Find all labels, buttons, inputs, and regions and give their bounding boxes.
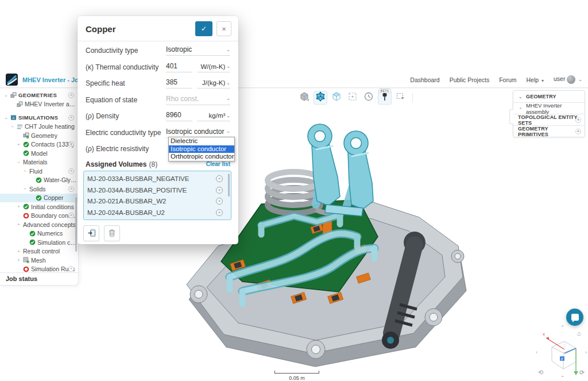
volume-list-scrollbar[interactable] [228, 174, 230, 197]
field-unit-select[interactable]: kg/m³⌄ [197, 112, 230, 121]
tree-item-advanced-concepts[interactable]: +Advanced concepts [0, 220, 78, 229]
app-logo[interactable] [6, 74, 18, 86]
field-unit-select[interactable]: J/(kg-K)⌄ [197, 79, 230, 88]
field-value-input[interactable]: 401 [166, 62, 192, 72]
remove-volume-button[interactable]: × [216, 209, 223, 216]
add-item-button[interactable]: + [68, 115, 74, 121]
nav-dashboard[interactable]: Dashboard [410, 76, 439, 83]
probe-point-tool[interactable]: BETA [378, 91, 392, 105]
collapse-children-button[interactable]: ≫ [68, 141, 74, 147]
minus-expander-icon[interactable]: − [22, 168, 28, 174]
remove-volume-button[interactable]: × [216, 198, 223, 205]
select-volume-tool[interactable] [314, 91, 327, 105]
job-status-bar[interactable]: Job status [0, 272, 78, 285]
chevron-expander-icon[interactable]: ⌄ [3, 115, 9, 120]
add-selection-icon [87, 229, 96, 237]
dropdown-option-dielectric[interactable]: Dielectric [169, 137, 234, 145]
user-menu[interactable]: user ⌄ [554, 75, 582, 84]
topological-entity-sets-section[interactable]: TOPOLOGICAL ENTITY SETS + [513, 114, 585, 125]
geometry-assembly-item[interactable]: + MHEV Inverter assembly [513, 102, 585, 114]
tree-item-geometries[interactable]: ⌄GEOMETRIES+ [0, 91, 78, 100]
add-item-button[interactable]: + [68, 213, 74, 218]
tree-item-geometry[interactable]: Geometry [0, 131, 78, 140]
tree-item-boundary-conditions[interactable]: Boundary conditions+ [0, 211, 78, 221]
minus-expander-icon[interactable]: − [16, 160, 21, 165]
rotate-left-chevron[interactable]: ‹ [536, 349, 537, 355]
rotate-up-chevron[interactable]: ⌃ [560, 325, 565, 330]
tree-item-simulation-control[interactable]: Simulation control [0, 238, 78, 247]
add-primitive-button[interactable]: + [575, 129, 581, 134]
tree-item-contacts-1337[interactable]: +Contacts (1337)≫ [0, 140, 78, 149]
tree-item-materials[interactable]: −Materials [0, 158, 78, 167]
chevron-expander-icon[interactable]: ⌄ [3, 93, 9, 98]
add-item-button[interactable]: + [68, 168, 74, 174]
tree-item-mhev-inverter-assembly[interactable]: MHEV Inverter assembly [0, 100, 78, 109]
rotate-ccw-icon[interactable]: ⟲ [538, 369, 543, 376]
probe-point-icon [380, 91, 390, 104]
tree-scrollbar[interactable] [75, 197, 77, 252]
tree-item-water-glycol[interactable]: Water-Glycol [0, 176, 78, 185]
plus-expander-icon[interactable]: + [16, 204, 21, 209]
panel-collapse-handle[interactable] [509, 109, 513, 124]
home-view-icon[interactable]: ⌂ [577, 330, 581, 337]
dropdown-option-orthotropic-conductor[interactable]: Orthotropic conductor [169, 153, 234, 161]
plus-expander-icon[interactable]: + [518, 106, 523, 111]
plus-expander-icon[interactable]: + [16, 142, 21, 147]
tree-item-label: Water-Glycol [44, 176, 78, 183]
minus-expander-icon[interactable]: − [22, 186, 28, 191]
tree-item-result-control[interactable]: +Result control [0, 247, 78, 256]
rotate-cw-icon[interactable]: ⟳ [579, 369, 585, 376]
navigation-cube[interactable]: x z ⌃ ⌄ ‹ › ⌂ ⟲ ⟳ [536, 326, 588, 379]
delete-button[interactable] [104, 225, 120, 241]
axis-y-arrow [574, 348, 578, 375]
tree-item-copper[interactable]: Copper [0, 194, 78, 203]
rotate-right-chevron[interactable]: › [585, 349, 587, 355]
add-item-button[interactable]: + [68, 266, 74, 272]
volume-item[interactable]: MJ-20-021A-BUSBAR_W2× [87, 196, 227, 207]
field-unit-select[interactable]: W/(m-K)⌄ [197, 63, 230, 72]
select-region-tool[interactable] [346, 91, 359, 105]
close-button[interactable]: × [216, 21, 231, 36]
tree-item-numerics[interactable]: Numerics [0, 229, 78, 238]
box-select-tool[interactable] [394, 91, 408, 105]
tree-item-cht-joule-heating[interactable]: −CHT Joule heating [0, 122, 78, 132]
tree-item-mesh[interactable]: +Mesh [0, 256, 78, 265]
dropdown-option-isotropic-conductor[interactable]: Isotropic conductor [169, 145, 234, 153]
confirm-button[interactable]: ✓ [195, 21, 212, 36]
nav-public-projects[interactable]: Public Projects [450, 76, 489, 83]
rotate-down-chevron[interactable]: ⌄ [560, 372, 565, 378]
field-label: (ρ) Density [86, 112, 166, 120]
volume-item[interactable]: MJ-20-034A-BUSBAR_POSITIVE× [87, 184, 227, 196]
render-mode-tool[interactable] [297, 91, 311, 105]
tree-item-simulations[interactable]: ⌄SIMULATIONS+ [0, 113, 78, 122]
tree-item-solids[interactable]: −Solids+ [0, 184, 78, 194]
select-face-tool[interactable] [330, 91, 343, 105]
minus-expander-icon[interactable]: − [10, 124, 15, 129]
support-chat-button[interactable] [566, 309, 583, 326]
plus-expander-icon[interactable]: + [16, 257, 21, 263]
field-select[interactable]: Isotropic⌄ [166, 45, 230, 56]
volume-item[interactable]: MJ-20-024A-BUSBAR_U2× [87, 207, 227, 218]
plus-expander-icon[interactable]: + [16, 249, 21, 254]
geometry-primitives-section[interactable]: GEOMETRY PRIMITIVES + [513, 125, 585, 137]
tree-item-model[interactable]: Model [0, 149, 78, 158]
volume-item[interactable]: MJ-20-033A-BUSBAR_NEGATIVE× [87, 174, 227, 185]
add-selection-button[interactable] [83, 225, 99, 241]
tree-item-label: Mesh [31, 257, 46, 264]
clear-list-link[interactable]: Clear list [206, 161, 230, 167]
add-item-button[interactable]: + [68, 186, 74, 192]
field-select[interactable]: Rho const.⌄ [166, 95, 230, 105]
field-value-input[interactable]: 385 [166, 78, 192, 88]
plus-expander-icon[interactable]: + [16, 222, 21, 227]
geometry-section-header[interactable]: ⌄ GEOMETRY [513, 91, 585, 102]
field-value-input[interactable]: 8960 [166, 111, 192, 121]
remove-volume-button[interactable]: × [216, 175, 223, 182]
add-entity-set-button[interactable]: + [575, 117, 581, 123]
nav-forum[interactable]: Forum [499, 76, 516, 83]
tree-item-initial-conditions[interactable]: +Initial conditions [0, 202, 78, 211]
history-tool[interactable] [362, 91, 376, 105]
add-item-button[interactable]: + [68, 93, 74, 98]
nav-help[interactable]: Help ▾ [526, 76, 544, 83]
tree-item-fluid[interactable]: −Fluid+ [0, 167, 78, 176]
remove-volume-button[interactable]: × [216, 187, 223, 194]
